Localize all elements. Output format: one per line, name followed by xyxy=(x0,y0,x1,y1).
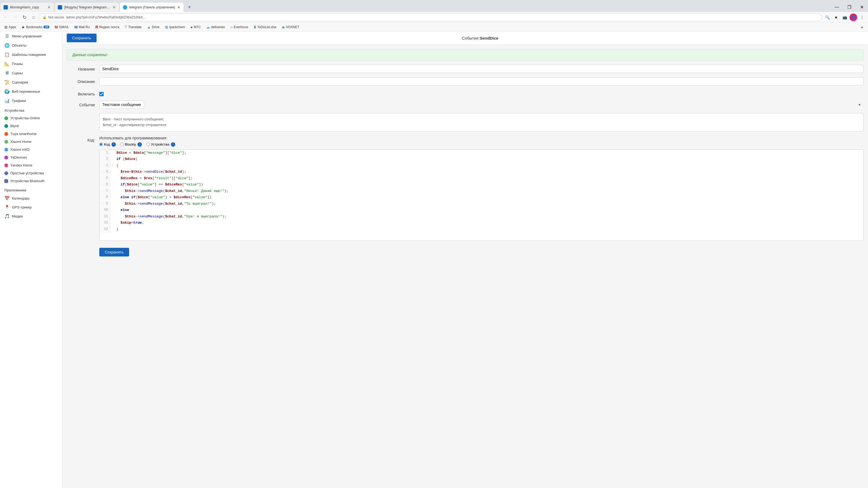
sidebar-item-graphics[interactable]: 📊 Графики xyxy=(0,96,62,105)
media-icon: 🎵 xyxy=(4,214,10,219)
sidebar-item-yadevices[interactable]: YaDevices xyxy=(0,154,62,161)
sidebar-item-bluetooth[interactable]: Устройства Bluetooth xyxy=(0,177,62,185)
devices-info-icon[interactable]: i xyxy=(171,142,175,147)
radio-blockly-input[interactable] xyxy=(120,142,124,146)
code-line-13: 13 } xyxy=(99,226,863,233)
radio-devices-label[interactable]: Устройства i xyxy=(146,142,175,147)
search-icon-btn[interactable]: 🔍 xyxy=(824,13,831,21)
line-num-12: 12 xyxy=(99,220,111,226)
tab-2-close[interactable]: ✕ xyxy=(113,5,116,9)
main-content: Сохранить Событие:SendDice Данные сохран… xyxy=(62,31,868,488)
sidebar-item-menu-control[interactable]: ☰ Меню управления xyxy=(0,31,62,41)
description-input[interactable] xyxy=(99,77,864,86)
blockly-info-icon[interactable]: i xyxy=(137,142,142,147)
tab-2[interactable]: [Модуль] Telegram (telegram) -... ✕ xyxy=(54,2,119,12)
menu-dots-btn[interactable]: ⋮ xyxy=(858,13,866,21)
bookmark-star-btn[interactable]: ★ xyxy=(832,13,840,21)
bm-mtc[interactable]: ● МТС xyxy=(188,24,203,30)
bm-yandex[interactable]: Я Яндекс почта xyxy=(93,24,122,30)
address-bar[interactable]: 🔒 Not secure 'admin.php?pd=cGFuZWw6e2Fjd… xyxy=(39,13,822,21)
line-code-9: $this->sendMessage($chat_id,"Ты выиграл!… xyxy=(114,201,218,207)
event-select[interactable]: Текстовое сообщение xyxy=(99,101,144,109)
line-num-empty xyxy=(99,232,111,233)
bm-ipackchem[interactable]: ⊞ Ipackchem xyxy=(163,24,187,30)
line-num-10: 10 xyxy=(99,207,111,213)
bookmarks-more-btn[interactable]: » xyxy=(858,23,866,31)
code-info-icon[interactable]: i xyxy=(112,142,116,147)
bm-translate-label: Translate xyxy=(128,25,142,29)
sidebar-item-plans[interactable]: 📐 Планы xyxy=(0,59,62,68)
enable-checkbox[interactable] xyxy=(99,92,104,96)
bm-gmail[interactable]: M GMAIL xyxy=(53,24,71,30)
tab-3-close[interactable]: ✕ xyxy=(177,5,180,9)
minimize-button[interactable]: — xyxy=(831,2,843,12)
bm-everfocus[interactable]: ○ Everfocus xyxy=(228,24,250,30)
home-button[interactable]: ⌂ xyxy=(30,13,37,21)
line-arrow-1 xyxy=(111,150,114,151)
radio-blockly-label[interactable]: Blockly i xyxy=(120,142,142,147)
back-button[interactable]: ← xyxy=(2,13,10,21)
event-name-value: SendDice xyxy=(480,36,498,40)
new-tab-button[interactable]: + xyxy=(185,3,194,11)
tab-3[interactable]: telegram (Панель управления) ✕ xyxy=(119,2,184,12)
programming-label: Использовать для программирования: xyxy=(99,136,864,140)
radio-code-label[interactable]: Код i xyxy=(99,142,116,147)
menu-icon: ☰ xyxy=(4,33,10,39)
tab-1[interactable]: MorningAlarm_copy ✕ xyxy=(0,2,54,12)
sidebar-item-scenarios[interactable]: 📜 Сценарии xyxy=(0,77,62,87)
bm-voxnet[interactable]: ◆ VOXNET xyxy=(280,24,301,30)
code-editor[interactable]: 1 $dice = $data["message"]["dice"]; 2 if… xyxy=(99,150,864,241)
tab-1-close[interactable]: ✕ xyxy=(48,5,51,9)
bm-translate[interactable]: T Translate xyxy=(123,24,144,30)
tab-3-icon xyxy=(123,5,127,9)
cast-btn[interactable]: 📺 xyxy=(841,13,848,21)
sidebar-item-tuya[interactable]: Tuya smarthome xyxy=(0,130,62,138)
bm-deliveries[interactable]: ☁ deliveries xyxy=(204,24,227,30)
sidebar-item-devices-online[interactable]: Устройства Online xyxy=(0,114,62,122)
app-layout: ☰ Меню управления 🌐 Объекты 📋 Шаблоны по… xyxy=(0,31,868,488)
sidebar-item-behaviors[interactable]: 📋 Шаблоны поведения xyxy=(0,50,62,59)
maximize-button[interactable]: ❐ xyxy=(843,2,856,12)
sidebar-label-webvars: Веб-переменные xyxy=(12,90,40,94)
translate-icon: T xyxy=(125,25,127,29)
sidebar-item-xiaomimilo[interactable]: Xiaomi miIO xyxy=(0,145,62,154)
close-button[interactable]: ✕ xyxy=(856,2,868,12)
line-arrow-8 xyxy=(111,194,114,195)
fold-arrow-3[interactable]: ▾ xyxy=(111,162,114,167)
bm-todolist[interactable]: X ToDoList.xlsx xyxy=(251,24,279,30)
profile-btn[interactable]: 👤 xyxy=(849,13,857,21)
radio-code-input[interactable] xyxy=(99,142,103,146)
radio-devices-input[interactable] xyxy=(146,142,150,146)
sidebar-item-blynk[interactable]: Blynk xyxy=(0,122,62,130)
chart-icon: 📊 xyxy=(4,98,10,103)
bm-mailru[interactable]: M Mail.Ru xyxy=(72,24,92,30)
form-row-name: Название xyxy=(67,65,864,73)
sidebar-item-gps[interactable]: 📍 GPS-трекер xyxy=(0,203,62,212)
sidebar-item-simple[interactable]: Простые устройства xyxy=(0,169,62,177)
sidebar-item-scenes[interactable]: 🖥 Сцены xyxy=(0,68,62,77)
mailru-icon: M xyxy=(74,25,78,29)
forward-button[interactable]: → xyxy=(11,13,19,21)
hint-label xyxy=(67,113,99,115)
sidebar-label-media: Медиа xyxy=(12,214,23,218)
tuya-dot xyxy=(4,132,8,136)
bm-bookmarks[interactable]: ★ Bookmarks 10 xyxy=(19,24,51,30)
sidebar-item-webvars[interactable]: 🌍 Веб-переменные xyxy=(0,87,62,96)
radio-devices-text: Устройства xyxy=(151,142,169,147)
scroll-icon: 📜 xyxy=(4,79,10,85)
bottom-save-button[interactable]: Сохранить xyxy=(99,248,129,257)
blynk-dot xyxy=(4,124,8,128)
sidebar-item-media[interactable]: 🎵 Медиа xyxy=(0,212,62,221)
bm-apps[interactable]: ⊞ Apps xyxy=(2,24,18,30)
sidebar-item-xiaomihome[interactable]: Xiaomi Home xyxy=(0,138,62,145)
sidebar-item-yandexhome[interactable]: Yandex Home xyxy=(0,161,62,169)
drive-icon: ▲ xyxy=(147,25,151,29)
name-input[interactable] xyxy=(99,65,864,73)
sidebar-item-objects[interactable]: 🌐 Объекты xyxy=(0,41,62,50)
bm-drive[interactable]: ▲ Drive xyxy=(145,24,162,30)
calendar-icon: 📅 xyxy=(4,196,10,201)
line-num-8: 8 xyxy=(99,194,111,200)
save-button[interactable]: Сохранить xyxy=(67,34,97,42)
sidebar-item-calendar[interactable]: 📅 Календарь xyxy=(0,194,62,203)
refresh-button[interactable]: ↻ xyxy=(21,13,28,21)
